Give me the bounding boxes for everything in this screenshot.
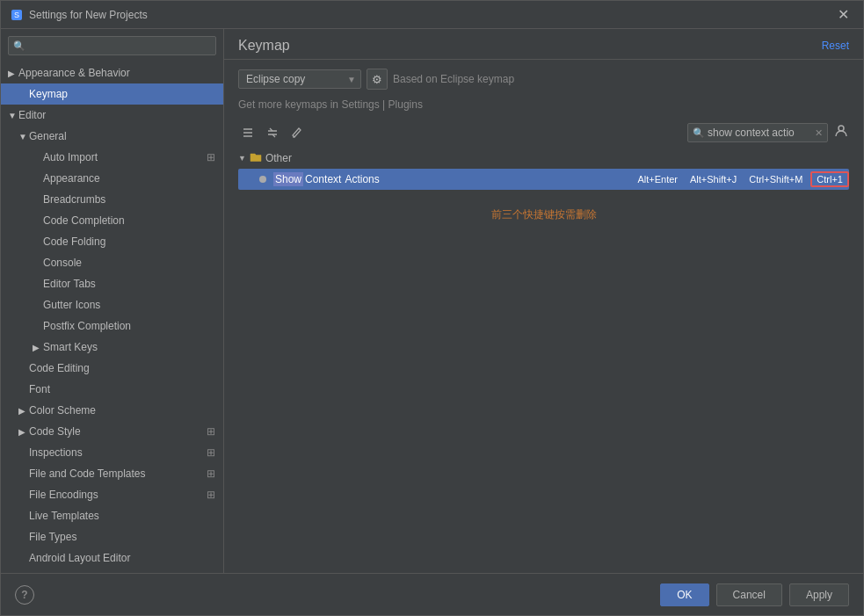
sidebar-item-label: Code Editing — [29, 362, 223, 374]
shortcut-badges: Alt+Enter Alt+Shift+J Ctrl+Shift+M Ctrl+… — [633, 171, 849, 187]
keymap-links: Get more keymaps in Settings | Plugins — [224, 98, 863, 118]
arrow-icon: ▼ — [8, 111, 18, 120]
sidebar-item-code-folding[interactable]: Code Folding — [1, 231, 223, 252]
keymap-group-other[interactable]: ▼ Other — [238, 148, 849, 169]
sidebar-item-file-code-templates[interactable]: File and Code Templates ⊞ — [1, 463, 223, 484]
clear-search-button[interactable]: ✕ — [815, 127, 823, 139]
shortcut-ctrl-shift-m: Ctrl+Shift+M — [744, 173, 807, 185]
keymap-dropdown[interactable]: Eclipse copy — [238, 69, 361, 89]
keymap-action-row-show-context-actions[interactable]: ShowContextActions Alt+Enter Alt+Shift+J… — [238, 169, 849, 190]
sidebar-item-appearance[interactable]: Appearance — [1, 168, 223, 189]
sidebar-item-label: Smart Keys — [43, 341, 223, 353]
arrow-icon: ▶ — [8, 69, 18, 78]
sidebar-item-label: Code Completion — [43, 214, 223, 227]
sidebar-item-auto-import[interactable]: Auto Import ⊞ — [1, 147, 223, 168]
svg-point-8 — [839, 126, 844, 131]
sidebar-item-file-types[interactable]: File Types — [1, 526, 223, 547]
sidebar-item-label: General — [29, 130, 223, 142]
close-button[interactable]: ✕ — [832, 4, 854, 25]
arrow-icon: ▶ — [18, 406, 29, 416]
keymap-controls: Eclipse copy ▼ ⚙ Based on Eclipse keymap — [224, 60, 863, 98]
sidebar-item-label: Color Scheme — [29, 404, 223, 417]
sidebar-item-label: File Encodings — [29, 489, 204, 501]
annotation-text: 前三个快捷键按需删除 — [238, 207, 849, 222]
copy-icon: ⊞ — [204, 488, 218, 502]
sidebar-item-label: Breadcrumbs — [43, 193, 223, 206]
arrow-icon: ▶ — [33, 343, 43, 352]
sidebar-item-editor[interactable]: ▼ Editor — [1, 105, 223, 126]
keymap-tree-area: ▼ Other ShowContextActions Alt+Enter — [224, 148, 863, 573]
cancel-button[interactable]: Cancel — [716, 583, 782, 606]
content-area: 🔍 ▶ Appearance & Behavior Keymap ▼ Edito… — [1, 29, 863, 573]
sidebar-search-input[interactable] — [8, 36, 216, 55]
shortcut-ctrl-1: Ctrl+1 — [810, 171, 849, 187]
shortcut-alt-enter: Alt+Enter — [633, 173, 682, 185]
search-icon: 🔍 — [693, 127, 705, 139]
main-header: Keymap Reset — [224, 29, 863, 60]
bottom-buttons: OK Cancel Apply — [660, 583, 849, 606]
sidebar-item-general[interactable]: ▼ General — [1, 126, 223, 147]
arrow-icon: ▼ — [18, 132, 29, 141]
sidebar-item-label: Inspections — [29, 446, 204, 459]
copy-icon: ⊞ — [204, 424, 218, 438]
title-bar: S Settings for New Projects ✕ — [1, 1, 863, 29]
bottom-bar: ? OK Cancel Apply — [1, 573, 863, 615]
collapse-all-button[interactable] — [263, 123, 282, 142]
sidebar-item-android-layout[interactable]: Android Layout Editor — [1, 547, 223, 569]
sidebar-item-label: File Types — [29, 531, 223, 543]
ok-button[interactable]: OK — [660, 583, 708, 606]
group-arrow-icon: ▼ — [238, 154, 246, 163]
copy-icon: ⊞ — [204, 467, 218, 481]
sidebar-item-label: Android Layout Editor — [29, 552, 223, 564]
toolbar-left — [238, 123, 307, 142]
sidebar-item-live-templates[interactable]: Live Templates — [1, 505, 223, 526]
plugins-link[interactable]: Plugins — [388, 98, 423, 111]
sidebar-item-postfix-completion[interactable]: Postfix Completion — [1, 315, 223, 337]
sidebar-item-console[interactable]: Console — [1, 252, 223, 273]
panel-title: Keymap — [238, 38, 290, 54]
svg-text:S: S — [14, 11, 19, 19]
sidebar-item-file-encodings[interactable]: File Encodings ⊞ — [1, 484, 223, 505]
sidebar-item-label: Console — [43, 257, 223, 269]
sidebar-item-keymap[interactable]: Keymap — [1, 83, 223, 105]
sidebar-item-label: Gutter Icons — [43, 299, 223, 311]
expand-all-button[interactable] — [238, 123, 258, 142]
group-label: Other — [265, 152, 292, 164]
gear-button[interactable]: ⚙ — [367, 69, 388, 90]
sidebar-item-label: Live Templates — [29, 510, 223, 522]
based-on-text: Based on Eclipse keymap — [393, 73, 514, 85]
sidebar-item-breadcrumbs[interactable]: Breadcrumbs — [1, 189, 223, 210]
help-button[interactable]: ? — [15, 585, 34, 605]
keymap-toolbar: 🔍 ✕ — [224, 118, 863, 148]
apply-button[interactable]: Apply — [789, 583, 849, 606]
edit-shortcut-button[interactable] — [287, 123, 307, 142]
keymap-search-wrap: 🔍 ✕ — [687, 123, 828, 142]
sidebar-item-editor-tabs[interactable]: Editor Tabs — [1, 273, 223, 294]
keymap-select-wrapper: Eclipse copy ▼ — [238, 69, 361, 89]
find-action-button[interactable] — [833, 123, 849, 142]
sidebar-search-icon: 🔍 — [13, 40, 25, 52]
sidebar-item-smart-keys[interactable]: ▶ Smart Keys — [1, 337, 223, 358]
arrow-icon: ▶ — [18, 427, 29, 437]
sidebar-search-container: 🔍 — [1, 29, 223, 62]
reset-button[interactable]: Reset — [822, 40, 849, 52]
sidebar-item-code-completion[interactable]: Code Completion — [1, 210, 223, 231]
sidebar-item-code-style[interactable]: ▶ Code Style ⊞ — [1, 421, 223, 442]
sidebar-item-gutter-icons[interactable]: Gutter Icons — [1, 294, 223, 315]
app-icon: S — [10, 8, 24, 22]
get-more-keymaps-link[interactable]: Get more keymaps in Settings — [238, 98, 382, 111]
sidebar-item-label: Keymap — [29, 88, 223, 100]
sidebar-item-appearance-behavior[interactable]: ▶ Appearance & Behavior — [1, 62, 223, 83]
sidebar-item-inspections[interactable]: Inspections ⊞ — [1, 442, 223, 463]
copy-icon: ⊞ — [204, 446, 218, 460]
sidebar-item-label: Font — [29, 383, 223, 395]
settings-dialog: S Settings for New Projects ✕ 🔍 ▶ Appear… — [0, 0, 864, 616]
action-label: ShowContextActions — [273, 173, 633, 185]
sidebar-item-label: Code Style — [29, 425, 204, 438]
sidebar-item-color-scheme[interactable]: ▶ Color Scheme — [1, 400, 223, 421]
sidebar-item-label: Editor Tabs — [43, 278, 223, 290]
keymap-search-input[interactable] — [687, 123, 828, 142]
sidebar-tree: ▶ Appearance & Behavior Keymap ▼ Editor … — [1, 62, 223, 573]
sidebar-item-font[interactable]: Font — [1, 379, 223, 400]
sidebar-item-code-editing[interactable]: Code Editing — [1, 358, 223, 379]
